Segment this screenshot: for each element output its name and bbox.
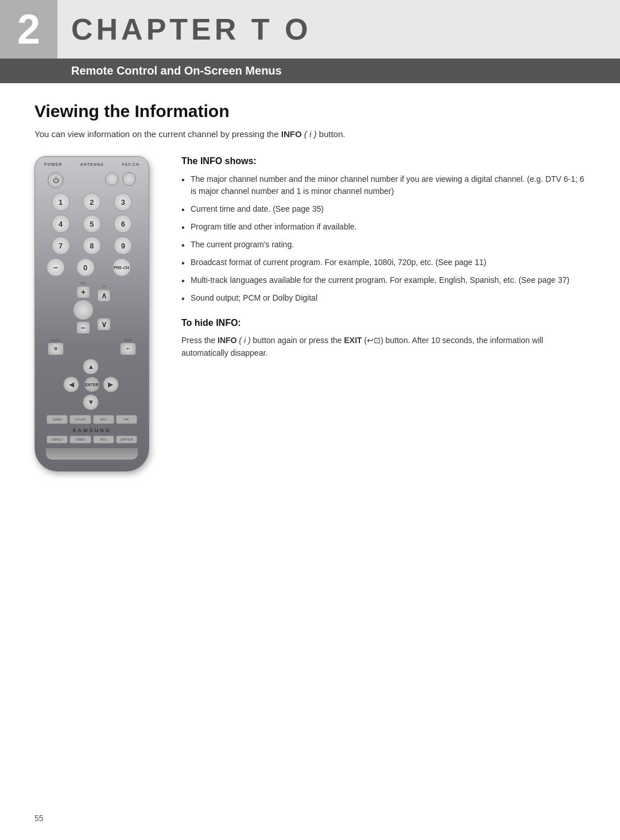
intro-text-end: button. <box>316 129 345 139</box>
info-bullet-list: The major channel number and the minor c… <box>181 173 586 304</box>
chapter-title: CHAPTER T O <box>71 12 311 46</box>
page-number: 55 <box>34 814 44 823</box>
right-content: The INFO shows: The major channel number… <box>181 156 586 360</box>
favch-label: FAV.CH <box>122 162 140 166</box>
intro-bold: INFO <box>281 129 302 139</box>
number-grid-row3: 7 8 9 <box>42 236 142 255</box>
num-4-button[interactable]: 4 <box>52 215 70 233</box>
menu-exit-row: MENU ⊞ EXIT ↩ <box>42 339 142 355</box>
function-buttons-row1: GUIDE CH.LIST INFO PIP <box>42 415 142 424</box>
to-hide-italic: ( i ) <box>237 336 250 345</box>
bullet-item-5: Broadcast format of current program. For… <box>181 256 586 269</box>
num-2-button[interactable]: 2 <box>83 193 101 211</box>
bullet-item-4: The current program's rating. <box>181 239 586 251</box>
to-hide-heading: To hide INFO: <box>181 318 586 328</box>
num-6-button[interactable]: 6 <box>114 215 132 233</box>
to-hide-bold1: INFO <box>218 336 237 345</box>
to-hide-text-start: Press the <box>181 336 218 345</box>
timer-button[interactable]: TIMER <box>69 435 91 444</box>
exit-button[interactable]: ↩ <box>120 343 136 355</box>
favch-button[interactable] <box>122 172 136 186</box>
chlist-button[interactable]: CH.LIST <box>69 415 91 424</box>
pip-button[interactable]: PIP <box>116 415 137 424</box>
to-hide-mid: button again or press the <box>251 336 344 345</box>
brand-label: SAMSUNG <box>42 427 142 433</box>
chapter-header: 2 CHAPTER T O <box>0 0 620 59</box>
num-0-button[interactable]: 0 <box>76 258 95 277</box>
mts-button[interactable]: MTS <box>93 435 114 444</box>
num-9-button[interactable]: 9 <box>114 236 132 255</box>
remote-control: POWER ANTENNA FAV.CH ⏻ 1 2 3 <box>34 156 149 472</box>
antenna-button[interactable] <box>105 172 119 186</box>
remote-container: POWER ANTENNA FAV.CH ⏻ 1 2 3 <box>34 156 161 472</box>
num-5-button[interactable]: 5 <box>83 215 101 233</box>
chapter-subtitle: Remote Control and On-Screen Menus <box>0 59 620 83</box>
right-button[interactable]: ▶ <box>103 376 119 392</box>
to-hide-symbol: (↩⊡) <box>362 336 383 345</box>
menu-label-text: MENU <box>51 339 61 342</box>
ch-up-button[interactable]: ∧ <box>97 289 111 302</box>
num-7-button[interactable]: 7 <box>52 236 70 255</box>
aspect-button[interactable]: ASPECT <box>46 435 68 444</box>
enter-button[interactable]: ENTER <box>84 376 100 392</box>
ch-down-button[interactable]: ∨ <box>97 318 111 330</box>
page-content: Viewing the Information You can view inf… <box>0 102 620 506</box>
number-grid-row2: 4 5 6 <box>42 215 142 233</box>
up-button[interactable]: ▲ <box>83 359 99 375</box>
exit-label-text: EXIT <box>124 339 131 342</box>
power-label: POWER <box>44 162 62 166</box>
bullet-item-3: Program title and other information if a… <box>181 221 586 233</box>
bullet-item-1: The major channel number and the minor c… <box>181 173 586 197</box>
guide-button[interactable]: GUIDE <box>46 415 68 424</box>
antenna-label: ANTENNA <box>80 162 104 166</box>
bullet-item-2: Current time and date. (See page 35) <box>181 203 586 215</box>
down-button[interactable]: ▼ <box>83 394 99 410</box>
ch-label: CH <box>102 285 107 288</box>
vol-down-button[interactable]: – <box>76 321 90 334</box>
num-8-button[interactable]: 8 <box>83 236 101 255</box>
intro-text-start: You can view information on the current … <box>34 129 281 139</box>
num-1-button[interactable]: 1 <box>52 193 70 211</box>
main-layout: POWER ANTENNA FAV.CH ⏻ 1 2 3 <box>34 156 586 472</box>
dash-button[interactable]: – <box>46 258 65 277</box>
chapter-number: 2 <box>0 0 57 59</box>
left-button[interactable]: ◀ <box>63 376 79 392</box>
menu-button[interactable]: ⊞ <box>48 343 64 355</box>
bullet-item-7: Sound output; PCM or Dolby Digital <box>181 292 586 304</box>
vol-label: VOL <box>80 281 87 285</box>
number-grid-row1: 1 2 3 <box>42 193 142 211</box>
bullet-item-6: Multi-track languages available for the … <box>181 274 586 286</box>
chapter-title-box: CHAPTER T O <box>57 0 620 59</box>
intro-paragraph: You can view information on the current … <box>34 129 586 139</box>
section-title: Viewing the Information <box>34 102 586 121</box>
info-button[interactable]: INFO <box>93 415 114 424</box>
remote-top-labels: POWER ANTENNA FAV.CH <box>42 162 142 166</box>
intro-italic: ( i ) <box>302 129 317 139</box>
special-row: – 0 PRE-CH <box>42 258 142 277</box>
to-hide-text: Press the INFO ( i ) button again or pre… <box>181 334 586 360</box>
function-buttons-row2: ASPECT TIMER MTS CAPTION <box>42 435 142 444</box>
vol-up-button[interactable]: + <box>76 286 90 298</box>
prech-button[interactable]: PRE-CH <box>113 258 131 277</box>
power-button[interactable]: ⏻ <box>48 172 64 188</box>
info-shows-heading: The INFO shows: <box>181 156 586 166</box>
vol-ch-block: VOL + – CH ∧ ∨ <box>42 281 142 334</box>
to-hide-bold2: EXIT <box>344 336 362 345</box>
caption-button[interactable]: CAPTION <box>116 435 137 444</box>
dpad: ▲ ◀ ENTER ▶ ▼ <box>63 359 121 410</box>
remote-foot <box>46 448 138 460</box>
num-3-button[interactable]: 3 <box>114 193 132 211</box>
ok-center-button[interactable] <box>73 300 94 320</box>
